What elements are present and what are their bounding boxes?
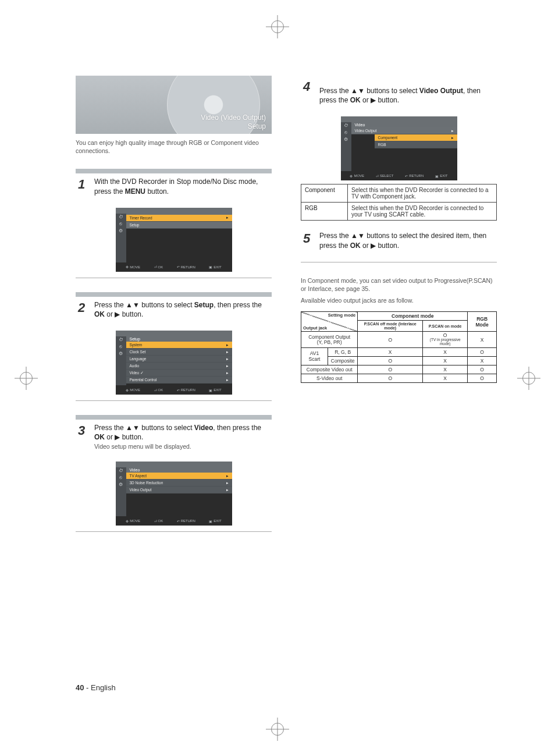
intro-text: You can enjoy high quality image through… [76,139,272,155]
crop-mark-bottom [266,718,289,741]
osd-video-menu: ⏱⎋⚙ Video TV Aspect▸ 3D Noise Reduction▸… [116,462,232,526]
osd-video-output-menu: ⏱⎋⚙ Video Video Output▸ Component▸ RGB ✥… [341,116,457,180]
header-title-l2: Setup [201,122,266,130]
step-1: 1 With the DVD Recorder in Stop mode/No … [76,169,272,196]
move-icon: ✥ [126,265,129,269]
step-2: 2 Press the ▲▼ buttons to select Setup, … [76,292,272,319]
step-4: 4 Press the ▲▼ buttons to select Video O… [301,76,497,105]
note-2: Available video output jacks are as foll… [301,296,497,304]
page-footer: 40 - English [76,683,116,692]
crop-mark-left [15,367,38,390]
step-3: 3 Press the ▲▼ buttons to select Video, … [76,415,272,450]
video-output-matrix: Setting mode Output jack Component mode … [301,311,497,383]
av-icon: ⎋ [119,222,122,226]
osd-setup-menu: ⏱⎋⚙ Setup System▸ Clock Set▸ Language▸ A… [116,331,232,395]
output-definitions-table: Component Select this when the DVD Recor… [301,184,497,221]
gear-icon: ⚙ [119,229,123,233]
header-title-l1: Video (Video Output) [201,113,266,122]
crop-mark-right [517,367,540,390]
ok-icon: ⏎ [154,265,157,269]
step-5: 5 Press the ▲▼ buttons to select the des… [301,228,497,250]
return-icon: ↶ [177,265,180,269]
section-header-graphic: Video (Video Output) Setup [76,76,272,134]
clock-icon: ⏱ [119,215,123,219]
exit-icon: ▣ [209,265,212,269]
step-number: 1 [78,177,85,192]
crop-mark-top [266,15,289,38]
osd-main-menu: ⏱⎋⚙ Timer Record▸ Setup ✥MOVE ⏎OK ↶RETUR… [116,208,232,272]
note-1: In Component mode, you can set video out… [301,276,497,293]
